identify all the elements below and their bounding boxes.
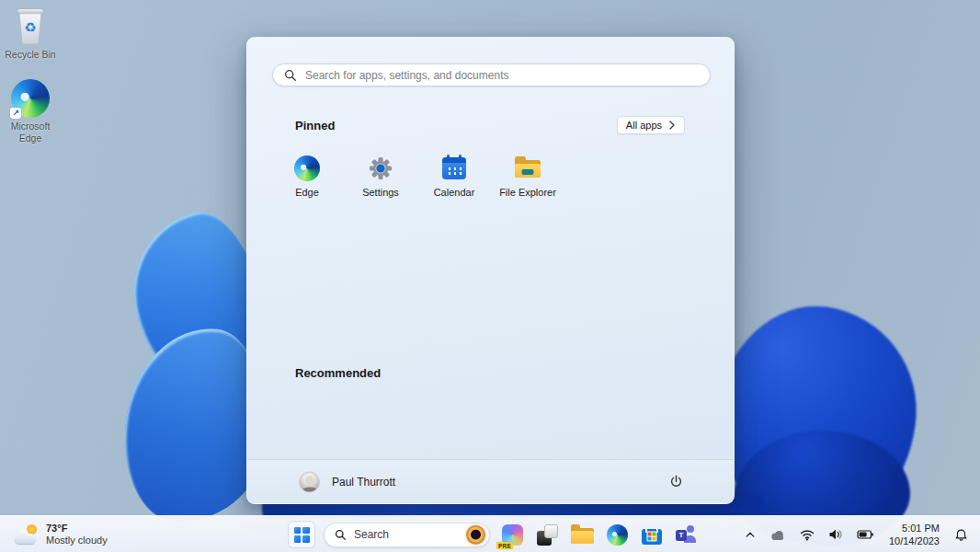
shortcut-arrow-icon: ↗ (10, 108, 21, 119)
start-search-bar[interactable] (272, 63, 711, 86)
taskbar-search-box[interactable]: Search (324, 523, 490, 547)
task-view-button[interactable] (534, 522, 560, 547)
battery-button[interactable] (854, 526, 877, 543)
power-button[interactable] (662, 468, 689, 496)
copilot-button[interactable]: PRE (499, 522, 525, 547)
teams-icon: T (676, 524, 698, 545)
search-icon (284, 69, 297, 82)
start-menu-footer: Paul Thurrott (247, 459, 734, 503)
file-explorer-button[interactable] (569, 522, 595, 547)
clock[interactable]: 5:01 PM 10/14/2023 (885, 520, 943, 550)
task-view-icon (537, 524, 558, 546)
user-avatar (299, 471, 320, 492)
bing-daily-icon (466, 525, 485, 545)
weather-condition: Mostly cloudy (46, 535, 108, 546)
copilot-pre-badge: PRE (496, 542, 513, 549)
sun-behind-cloud-icon (15, 523, 40, 546)
folder-icon (515, 155, 541, 181)
edge-icon (294, 155, 320, 181)
windows-logo-icon (294, 527, 310, 543)
desktop-icon-label: Microsoft Edge (2, 121, 59, 144)
store-icon (642, 529, 662, 545)
weather-widget[interactable]: 73°F Mostly cloudy (9, 516, 113, 552)
folder-icon (571, 524, 594, 546)
user-name: Paul Thurrott (332, 476, 395, 489)
taskbar: 73°F Mostly cloudy Search PRE (0, 515, 980, 552)
desktop-icon-microsoft-edge[interactable]: ↗ Microsoft Edge (0, 79, 63, 144)
start-search-input[interactable] (305, 69, 699, 82)
edge-button[interactable] (604, 522, 630, 547)
clock-date: 10/14/2023 (889, 535, 940, 547)
network-button[interactable] (797, 526, 817, 544)
cloud-icon (769, 529, 786, 541)
taskbar-search-label: Search (354, 528, 459, 541)
onedrive-button[interactable] (767, 526, 789, 544)
weather-temperature: 73°F (46, 523, 108, 535)
chevron-up-icon (745, 530, 756, 539)
wifi-icon (800, 529, 815, 541)
edge-icon: ↗ (11, 79, 50, 118)
pinned-app-file-explorer[interactable]: File Explorer (491, 154, 564, 214)
notifications-button[interactable] (952, 525, 971, 545)
recycle-bin-icon: ♻ (15, 7, 46, 46)
battery-icon (857, 529, 874, 540)
clock-time: 5:01 PM (889, 522, 940, 535)
pinned-app-edge[interactable]: Edge (270, 154, 344, 214)
microsoft-store-button[interactable] (639, 522, 665, 547)
chevron-right-icon (668, 121, 676, 130)
pinned-apps-grid: Edge Settings (270, 154, 564, 214)
pinned-section-title: Pinned (295, 119, 335, 132)
speaker-icon (828, 528, 843, 541)
desktop-icon-label: Recycle Bin (5, 49, 55, 61)
user-profile-button[interactable]: Paul Thurrott (291, 467, 403, 496)
bell-icon (954, 528, 968, 542)
search-icon (335, 529, 347, 541)
all-apps-button[interactable]: All apps (617, 116, 685, 134)
start-button[interactable] (289, 522, 314, 547)
calendar-icon (441, 155, 467, 181)
power-icon (668, 474, 684, 489)
gear-icon (368, 155, 393, 181)
pinned-app-calendar[interactable]: Calendar (417, 154, 491, 214)
desktop-icon-recycle-bin[interactable]: ♻ Recycle Bin (0, 7, 63, 61)
teams-button[interactable]: T (674, 522, 700, 547)
start-menu: Pinned All apps Edge (246, 37, 735, 504)
hidden-icons-button[interactable] (742, 527, 758, 542)
volume-button[interactable] (826, 525, 846, 544)
pinned-app-settings[interactable]: Settings (344, 154, 417, 214)
edge-icon (607, 524, 628, 546)
recommended-section-title: Recommended (295, 366, 381, 380)
desktop-screen: ♻ Recycle Bin ↗ Microsoft Edge Pinned Al… (0, 0, 980, 552)
